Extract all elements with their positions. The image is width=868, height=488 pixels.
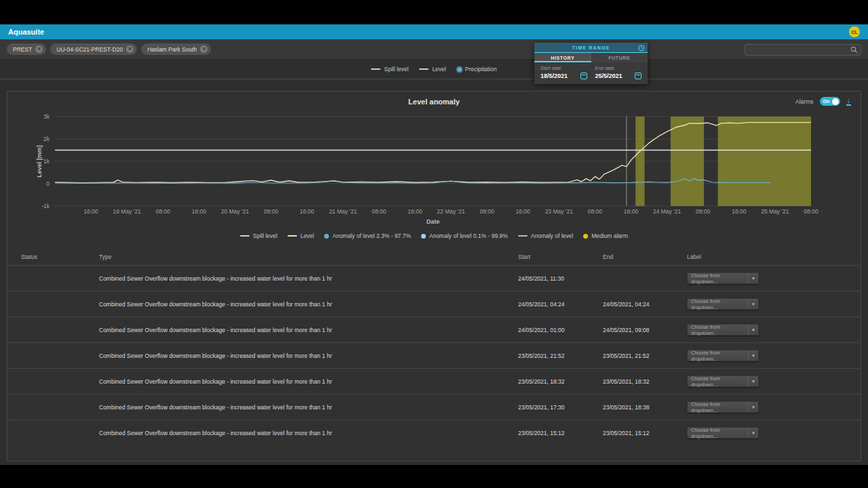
- alarm-end: 24/05/2021, 04:24: [603, 301, 687, 308]
- table-body: Combined Sewer Overflow downstream block…: [7, 265, 861, 445]
- svg-text:16:00: 16:00: [408, 208, 422, 215]
- legend-item[interactable]: Spill level: [371, 66, 408, 73]
- label-dropdown[interactable]: Choose from dropdown...▼: [687, 401, 759, 413]
- chip-close-icon[interactable]: ×: [126, 45, 134, 53]
- dropdown-placeholder: Choose from dropdown...: [691, 324, 748, 336]
- svg-text:24 May '21: 24 May '21: [653, 208, 682, 215]
- chevron-down-icon: ▼: [748, 376, 758, 386]
- alarm-start: 24/05/2021, 11:30: [518, 275, 603, 282]
- user-avatar[interactable]: CL: [849, 26, 860, 37]
- filter-chip[interactable]: UU-04-SC21-PREST-D20×: [50, 43, 137, 55]
- chevron-down-icon: ▼: [748, 428, 758, 438]
- clock-icon[interactable]: [638, 45, 645, 52]
- table-row: Combined Sewer Overflow downstream block…: [7, 368, 861, 394]
- legend-item[interactable]: Anomaly of level 2.3% - 97.7%: [324, 232, 411, 239]
- chart-header: Level anomaly Alarms On ↓: [7, 92, 861, 110]
- svg-text:16:00: 16:00: [300, 208, 315, 215]
- chart-title: Level anomaly: [7, 92, 861, 112]
- svg-text:08:00: 08:00: [372, 208, 387, 215]
- tab-history[interactable]: HISTORY: [534, 53, 591, 62]
- legend-item[interactable]: Spill level: [240, 232, 277, 239]
- filter-chips: PREST×UU-04-SC21-PREST-D20×Haslam Park S…: [7, 43, 211, 55]
- alarm-start: 23/05/2021, 15:12: [518, 430, 603, 436]
- chip-close-icon[interactable]: ×: [200, 45, 208, 53]
- label-dropdown[interactable]: Choose from dropdown...▼: [687, 298, 759, 310]
- svg-text:22 May '21: 22 May '21: [437, 208, 465, 215]
- legend-line-icon: [288, 235, 297, 237]
- tab-future[interactable]: FUTURE: [591, 53, 648, 62]
- col-type: Type: [99, 253, 518, 260]
- alarms-toggle[interactable]: On: [820, 97, 840, 106]
- legend-label: Spill level: [384, 66, 408, 73]
- alarm-end: 23/05/2021, 15:12: [603, 430, 687, 436]
- col-end: End: [603, 253, 687, 260]
- legend-line-icon: [419, 68, 429, 70]
- level-anomaly-card: Level anomaly Alarms On ↓ 3k2k1k0-1k16:0…: [7, 91, 861, 462]
- label-dropdown[interactable]: Choose from dropdown...▼: [687, 272, 759, 284]
- level-anomaly-chart[interactable]: 3k2k1k0-1k16:0019 May '2108:0016:0020 Ma…: [7, 112, 861, 228]
- label-dropdown[interactable]: Choose from dropdown...▼: [687, 324, 759, 336]
- download-icon[interactable]: ↓: [846, 98, 852, 106]
- table-row: Combined Sewer Overflow downstream block…: [7, 317, 861, 342]
- alarm-type: Combined Sewer Overflow downstream block…: [99, 430, 518, 436]
- svg-text:08:00: 08:00: [696, 208, 711, 215]
- legend-label: Precipitation: [465, 66, 497, 73]
- search-input[interactable]: [748, 47, 850, 54]
- svg-text:16:00: 16:00: [83, 208, 98, 215]
- start-date-value[interactable]: 18/5/2021: [540, 73, 568, 79]
- table-row: Combined Sewer Overflow downstream block…: [7, 394, 861, 420]
- legend-label: Anomaly of level: [531, 232, 573, 239]
- chip-close-icon[interactable]: ×: [35, 45, 43, 53]
- legend-item[interactable]: Medium alarm: [583, 232, 628, 239]
- chevron-down-icon: ▼: [748, 402, 758, 412]
- legend-line-icon: [240, 235, 250, 237]
- app-header: Aquasuite CL: [0, 24, 868, 39]
- legend-dot-icon: [457, 67, 462, 72]
- alarms-toggle-state: On: [823, 99, 830, 104]
- alarm-type: Combined Sewer Overflow downstream block…: [99, 404, 518, 411]
- svg-text:16:00: 16:00: [192, 208, 207, 215]
- legend-item[interactable]: Precipitation: [457, 66, 497, 73]
- calendar-icon[interactable]: [635, 73, 642, 79]
- alarm-start: 23/05/2021, 18:32: [518, 378, 603, 385]
- table-row: Combined Sewer Overflow downstream block…: [7, 291, 861, 317]
- chevron-down-icon: ▼: [748, 299, 758, 309]
- legend-item[interactable]: Anomaly of level 0.1% - 99.9%: [421, 232, 508, 239]
- search-icon[interactable]: [850, 46, 858, 54]
- svg-text:08:00: 08:00: [156, 208, 171, 215]
- alarm-end: 23/05/2021, 18:38: [603, 404, 687, 411]
- label-dropdown[interactable]: Choose from dropdown...▼: [687, 375, 759, 387]
- section-divider: [0, 79, 868, 79]
- alarms-label: Alarms: [795, 98, 813, 105]
- svg-text:08:00: 08:00: [479, 208, 494, 215]
- label-cell: Choose from dropdown...▼: [687, 375, 861, 387]
- dropdown-placeholder: Choose from dropdown...: [691, 350, 748, 362]
- svg-text:25 May '21: 25 May '21: [761, 208, 789, 215]
- legend-label: Level: [432, 66, 446, 73]
- calendar-icon[interactable]: [580, 73, 587, 79]
- legend-label: Level: [300, 232, 314, 239]
- svg-text:08:00: 08:00: [588, 208, 603, 215]
- legend-item[interactable]: Level: [288, 232, 314, 239]
- col-status: Status: [21, 253, 99, 260]
- label-dropdown[interactable]: Choose from dropdown...▼: [687, 350, 759, 361]
- filter-chip[interactable]: PREST×: [7, 43, 46, 55]
- start-date-label: Start date: [540, 66, 587, 70]
- legend-item[interactable]: Anomaly of level: [518, 232, 573, 239]
- filter-chip[interactable]: Haslam Park South×: [141, 43, 211, 55]
- time-range-header: TIME RANGE: [534, 43, 648, 53]
- dropdown-placeholder: Choose from dropdown...: [691, 401, 748, 413]
- screen: Aquasuite CL PREST×UU-04-SC21-PREST-D20×…: [0, 0, 868, 488]
- label-dropdown[interactable]: Choose from dropdown...▼: [687, 427, 759, 439]
- filter-chip-label: Haslam Park South: [147, 46, 197, 53]
- svg-text:19 May '21: 19 May '21: [113, 208, 142, 215]
- svg-text:21 May '21: 21 May '21: [329, 208, 357, 215]
- end-date-value[interactable]: 25/5/2021: [595, 73, 623, 79]
- svg-text:2k: 2k: [43, 136, 50, 142]
- filter-chip-label: UU-04-SC21-PREST-D20: [56, 46, 123, 53]
- table-header: Status Type Start End Label: [7, 249, 861, 265]
- legend-dot-icon: [583, 234, 588, 239]
- legend-item[interactable]: Level: [419, 66, 446, 73]
- time-range-body: Start date 18/5/2021 End date 25/5/2021: [534, 62, 648, 84]
- svg-text:08:00: 08:00: [264, 208, 279, 215]
